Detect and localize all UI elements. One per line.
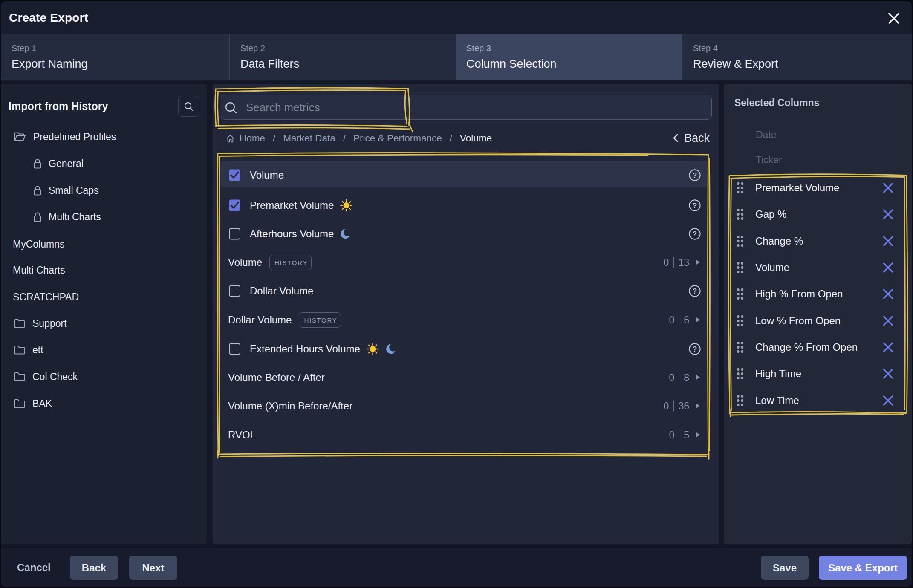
svg-text:?: ? [693, 230, 697, 237]
svg-text:?: ? [693, 201, 697, 209]
svg-text:?: ? [693, 287, 697, 294]
svg-text:?: ? [693, 345, 697, 352]
svg-text:?: ? [693, 171, 697, 179]
